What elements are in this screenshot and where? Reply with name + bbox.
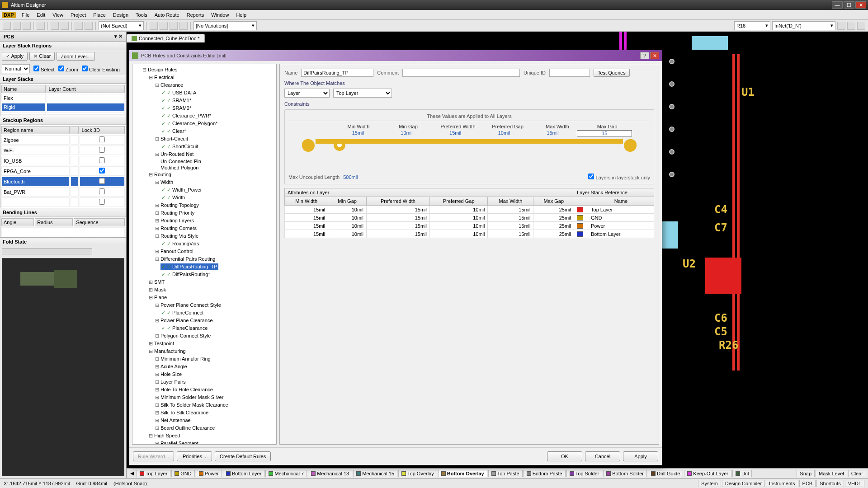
- tree-node[interactable]: Clearance_PWR*: [142, 112, 274, 120]
- region-row[interactable]: Bluetooth: [1, 177, 125, 186]
- tree-node[interactable]: ⊟Power Plane Connect Style: [142, 301, 274, 309]
- rules-tree[interactable]: ⊟Design Rules⊟Electrical⊟ClearanceUSB DA…: [132, 64, 277, 445]
- priorities-button[interactable]: Priorities...: [177, 451, 212, 461]
- tree-node[interactable]: ⊟Width: [142, 178, 274, 186]
- menu-reports[interactable]: Reports: [184, 11, 208, 19]
- undo-icon[interactable]: [75, 22, 83, 30]
- help-icon[interactable]: [857, 22, 865, 30]
- constraint-value[interactable]: 15mil: [334, 130, 382, 136]
- tree-node[interactable]: ⊞Mask: [142, 286, 274, 294]
- layer-extra-button[interactable]: Mask Level: [816, 470, 847, 477]
- layer-tab[interactable]: Drill Guide: [648, 470, 683, 477]
- redo-icon[interactable]: [85, 22, 93, 30]
- status-tab[interactable]: PCB: [799, 480, 816, 487]
- rule-name-input[interactable]: [301, 69, 373, 77]
- tree-node[interactable]: ⊞Parallel Segment: [142, 440, 274, 445]
- layer-extra-button[interactable]: Snap: [797, 470, 815, 477]
- bending-table[interactable]: AngleRadiusSequence: [0, 217, 126, 238]
- tree-node[interactable]: DiffPairsRouting*: [142, 271, 274, 278]
- ref-select[interactable]: R16▾: [734, 21, 770, 30]
- tree-node[interactable]: ⊞Hole Size: [142, 371, 274, 378]
- tree-node[interactable]: ⊞Net Antennae: [142, 417, 274, 424]
- tree-node[interactable]: ⊞Minimum Annular Ring: [142, 355, 274, 363]
- zoom-check[interactable]: Zoom: [58, 66, 78, 72]
- dialog-close-button[interactable]: ✕: [650, 52, 659, 59]
- comment-input[interactable]: [402, 69, 520, 77]
- clear-existing-check[interactable]: Clear Existing: [82, 66, 120, 72]
- apply-button[interactable]: ✓ Apply: [2, 52, 28, 61]
- select-check[interactable]: Select: [33, 66, 55, 72]
- tree-node[interactable]: ⊟Routing Via Style: [142, 232, 274, 240]
- minimize-button[interactable]: —: [832, 1, 843, 9]
- tree-node[interactable]: ⊞Short-Circuit: [142, 135, 274, 143]
- tree-node[interactable]: Width_Power: [142, 186, 274, 194]
- menu-window[interactable]: Window: [208, 11, 232, 19]
- tree-node[interactable]: DiffPairsRouting_TP: [142, 263, 274, 271]
- tree-node[interactable]: ⊞Polygon Connect Style: [142, 332, 274, 340]
- tree-node[interactable]: ⊟Differential Pairs Routing: [142, 255, 274, 263]
- new-icon[interactable]: [3, 22, 11, 30]
- menu-place[interactable]: Place: [90, 11, 109, 19]
- region-row[interactable]: IO_USB: [1, 156, 125, 165]
- constraint-value[interactable]: 15mil: [431, 130, 480, 136]
- tool-icon[interactable]: [150, 22, 158, 30]
- attr-row[interactable]: 15mil10mil15mil10mil15mil25milPower: [285, 222, 654, 230]
- tree-node[interactable]: ⊞SMT: [142, 278, 274, 286]
- region-row[interactable]: [1, 197, 125, 207]
- test-queries-button[interactable]: Test Queries: [594, 69, 630, 77]
- constraint-value[interactable]: 15: [577, 130, 632, 136]
- tree-node[interactable]: ⊞Layer Pairs: [142, 378, 274, 386]
- menu-project[interactable]: Project: [67, 11, 89, 19]
- tree-node[interactable]: ⊞Fanout Control: [142, 248, 274, 255]
- tree-node[interactable]: PlaneClearance: [142, 324, 274, 332]
- tree-node[interactable]: ⊟Manufacturing: [142, 347, 274, 355]
- rule-wizard-button[interactable]: Rule Wizard...: [133, 451, 174, 461]
- attributes-table[interactable]: Attributes on Layer Layer Stack Referenc…: [284, 188, 654, 238]
- maximize-button[interactable]: ☐: [844, 1, 854, 9]
- layer-tab[interactable]: Top Paste: [488, 470, 523, 477]
- layer-tab[interactable]: Dril: [732, 470, 752, 477]
- menu-edit[interactable]: Edit: [33, 11, 48, 19]
- tree-node[interactable]: ⊟Routing: [142, 171, 274, 178]
- tree-node[interactable]: Width: [142, 194, 274, 202]
- layer-prev[interactable]: ◀: [128, 470, 136, 476]
- tree-node[interactable]: ShortCircuit: [142, 143, 274, 150]
- layer-tab[interactable]: GND: [171, 470, 194, 477]
- uid-input[interactable]: [549, 69, 590, 77]
- open-icon[interactable]: [13, 22, 21, 30]
- region-row[interactable]: WiFi: [1, 145, 125, 155]
- tree-node[interactable]: Un-Connected Pin: [142, 158, 274, 164]
- tree-node[interactable]: ⊞Acute Angle: [142, 363, 274, 371]
- clear-button[interactable]: ✕ Clear: [29, 52, 55, 61]
- match-layer-select[interactable]: Top Layer: [333, 89, 392, 98]
- menu-autoroute[interactable]: Auto Route: [151, 11, 183, 19]
- layer-tab[interactable]: Mechanical 13: [308, 470, 352, 477]
- close-button[interactable]: ✕: [855, 1, 866, 9]
- tree-node[interactable]: ⊟Electrical: [142, 74, 274, 81]
- tree-node[interactable]: ⊞Routing Layers: [142, 217, 274, 225]
- tree-node[interactable]: Modified Polygon: [142, 164, 274, 171]
- layer-tab[interactable]: Keep-Out Layer: [684, 470, 731, 477]
- tree-node[interactable]: Clearance_Polygon*: [142, 120, 274, 127]
- status-tab[interactable]: Design Compiler: [722, 480, 765, 487]
- doc-tab[interactable]: Connected_Cube.PcbDoc *: [127, 34, 205, 42]
- tree-node[interactable]: PlaneConnect: [142, 309, 274, 317]
- dialog-titlebar[interactable]: PCB Rules and Constraints Editor [mil] ?…: [129, 50, 662, 61]
- tree-node[interactable]: USB DATA: [142, 89, 274, 97]
- tree-node[interactable]: SRAM1*: [142, 97, 274, 104]
- tree-node[interactable]: SRAM0*: [142, 104, 274, 112]
- status-tab[interactable]: Shortcuts: [816, 480, 844, 487]
- tool-icon[interactable]: [160, 22, 168, 30]
- tool-icon[interactable]: [179, 22, 188, 30]
- layer-tab[interactable]: Mechanical 15: [353, 470, 397, 477]
- tree-node[interactable]: ⊟Plane: [142, 294, 274, 301]
- layer-tab[interactable]: Power: [196, 470, 222, 477]
- tree-node[interactable]: ⊞Hole To Hole Clearance: [142, 386, 274, 394]
- create-defaults-button[interactable]: Create Default Rules: [215, 451, 271, 461]
- dxp-menu[interactable]: DXP: [2, 12, 16, 18]
- tree-node[interactable]: Clear*: [142, 127, 274, 135]
- layer-extra-button[interactable]: Clear: [848, 470, 866, 477]
- tool-icon[interactable]: [170, 22, 178, 30]
- tree-node[interactable]: ⊞Routing Priority: [142, 209, 274, 217]
- save-icon[interactable]: [23, 22, 31, 30]
